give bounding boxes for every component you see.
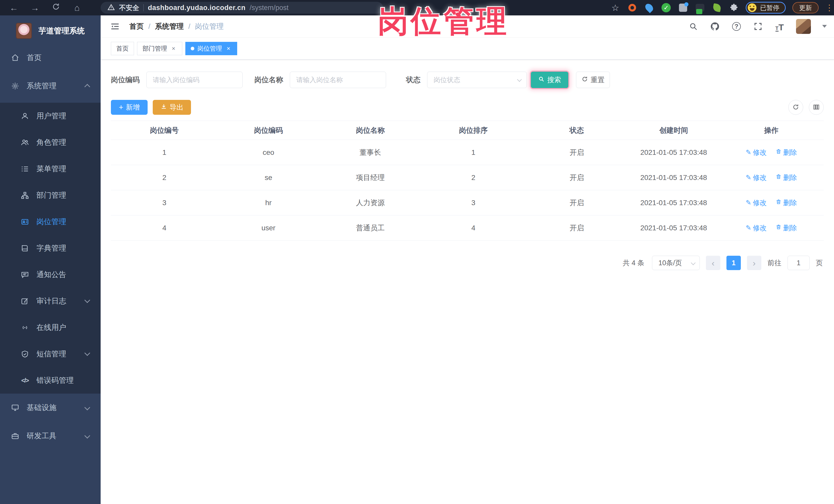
post-code-label: 岗位编码 [111, 75, 140, 85]
reset-button[interactable]: 重置 [576, 72, 610, 88]
sidebar-item-dict[interactable]: 字典管理 [0, 235, 101, 261]
gear-icon [11, 82, 20, 90]
table-row: 4 user 普通员工 4 开启 2021-01-05 17:03:48 ✎修改… [111, 215, 824, 241]
chevron-up-icon [85, 84, 90, 90]
post-badge-icon [21, 217, 29, 226]
sidebar-item-label: 错误码管理 [37, 375, 74, 386]
tag-close-icon[interactable]: × [225, 45, 232, 52]
edit-link[interactable]: ✎修改 [746, 198, 767, 207]
delete-link[interactable]: 删除 [775, 223, 797, 233]
sidebar-item-departments[interactable]: 部门管理 [0, 182, 101, 209]
app-header: 首页 / 系统管理 / 岗位管理 ? [101, 16, 834, 38]
tag-home[interactable]: 首页 [111, 42, 134, 55]
green-check-icon: ✓ [661, 3, 671, 12]
sidebar-item-error-codes[interactable]: </> 错误码管理 [0, 367, 101, 394]
sidebar-item-online-users[interactable]: 在线用户 [0, 314, 101, 341]
sidebar-item-dev-tools[interactable]: 研发工具 [0, 422, 101, 450]
app-logo[interactable]: 芋道管理系统 [0, 16, 101, 46]
reload-icon [51, 2, 60, 13]
hamburger-icon[interactable] [109, 21, 120, 32]
edit-link[interactable]: ✎修改 [746, 223, 767, 233]
post-code-input[interactable] [146, 72, 243, 88]
edit-link[interactable]: ✎修改 [746, 148, 767, 157]
sidebar-item-home[interactable]: 首页 [0, 46, 101, 69]
pencil-icon: ✎ [746, 174, 751, 181]
fullscreen-icon[interactable] [753, 21, 763, 31]
tag-departments[interactable]: 部门管理 × [137, 42, 182, 55]
sidebar-item-roles[interactable]: 角色管理 [0, 129, 101, 156]
extensions-puzzle-icon[interactable] [729, 3, 739, 13]
extension-grid-icon[interactable] [678, 3, 688, 13]
extension-orange-icon[interactable] [627, 3, 637, 13]
extension-wechat-icon[interactable] [695, 3, 705, 13]
chevron-down-icon [85, 433, 90, 439]
extension-check-icon[interactable]: ✓ [661, 3, 671, 13]
address-bar[interactable]: 不安全 dashboard.yudao.iocoder.cn/system/po… [101, 2, 383, 14]
delete-link[interactable]: 删除 [775, 173, 797, 182]
sidebar-item-menus[interactable]: 菜单管理 [0, 156, 101, 182]
browser-back-button[interactable]: ← [7, 1, 21, 14]
help-icon[interactable]: ? [731, 21, 742, 31]
sidebar-item-label: 字典管理 [37, 243, 66, 254]
orange-ring-icon [629, 4, 636, 12]
search-icon[interactable] [688, 21, 699, 31]
sidebar-item-label: 菜单管理 [37, 164, 66, 174]
edit-link[interactable]: ✎修改 [746, 173, 767, 182]
cell-post-name: 人力资源 [319, 190, 422, 215]
trash-icon [775, 224, 782, 232]
next-page-button[interactable]: › [747, 256, 761, 270]
post-name-input[interactable] [290, 72, 386, 88]
sidebar-item-audit-log[interactable]: 审计日志 [0, 288, 101, 314]
sidebar-item-system[interactable]: 系统管理 [0, 69, 101, 103]
browser-chrome: ← → ⌂ 不安全 dashboard.yudao.iocoder.cn/sys… [0, 0, 834, 16]
breadcrumb-home[interactable]: 首页 [129, 22, 144, 31]
browser-reload-button[interactable] [49, 1, 63, 14]
online-signal-icon [21, 323, 29, 332]
browser-profile-button[interactable]: 已暂停 [746, 2, 786, 14]
col-header-post-code: 岗位编码 [218, 121, 319, 140]
leaf-icon [712, 3, 722, 12]
browser-update-button[interactable]: 更新 [792, 2, 818, 13]
browser-menu-kebab-icon[interactable]: ⋮ [825, 3, 830, 13]
prev-page-button[interactable]: ‹ [706, 256, 720, 270]
page-number-1[interactable]: 1 [726, 256, 741, 270]
github-icon[interactable] [710, 21, 720, 31]
delete-link[interactable]: 删除 [775, 148, 797, 157]
search-button[interactable]: 搜索 [531, 72, 568, 88]
page-content: 岗位编码 岗位名称 状态 搜索 [101, 71, 834, 270]
delete-link[interactable]: 删除 [775, 198, 797, 207]
avatar-dropdown-caret-icon[interactable] [822, 25, 827, 28]
status-select-input[interactable] [427, 72, 527, 88]
column-settings-button[interactable] [809, 100, 824, 115]
status-select[interactable] [427, 72, 527, 88]
sidebar-item-users[interactable]: 用户管理 [0, 103, 101, 129]
page-size-select[interactable]: 10条/页 [652, 256, 700, 270]
tag-label: 部门管理 [142, 44, 167, 52]
select-caret-icon [691, 260, 695, 265]
refresh-table-button[interactable] [788, 100, 803, 115]
font-size-icon[interactable]: TT [774, 21, 785, 31]
sidebar-item-sms[interactable]: 短信管理 [0, 341, 101, 367]
extension-leaf-icon[interactable] [712, 3, 722, 13]
bookmark-star-icon[interactable]: ☆ [610, 3, 620, 13]
sms-shield-icon [21, 350, 29, 358]
posts-table: 岗位编号 岗位编码 岗位名称 岗位排序 状态 创建时间 操作 1 ceo 董事长 [111, 121, 824, 241]
export-button[interactable]: 导出 [153, 100, 191, 115]
pencil-icon: ✎ [746, 224, 751, 232]
add-button[interactable]: + 新增 [111, 100, 148, 115]
user-avatar[interactable] [796, 19, 811, 34]
sidebar-item-label: 首页 [27, 52, 42, 63]
extension-pin-icon[interactable] [644, 3, 654, 13]
tag-close-icon[interactable]: × [170, 45, 177, 52]
sidebar-item-infrastructure[interactable]: 基础设施 [0, 394, 101, 422]
browser-forward-button[interactable]: → [28, 1, 42, 14]
table-toolbar: + 新增 导出 [111, 100, 824, 115]
goto-page-input[interactable] [788, 256, 810, 270]
browser-home-button[interactable]: ⌂ [70, 1, 84, 14]
breadcrumb-system[interactable]: 系统管理 [155, 22, 184, 31]
sidebar-item-posts[interactable]: 岗位管理 [0, 209, 101, 235]
sidebar-item-notice[interactable]: 通知公告 [0, 261, 101, 288]
sidebar-item-label: 岗位管理 [37, 217, 66, 227]
tag-posts[interactable]: 岗位管理 × [185, 42, 237, 55]
cell-created-time: 2021-01-05 17:03:48 [629, 140, 719, 165]
